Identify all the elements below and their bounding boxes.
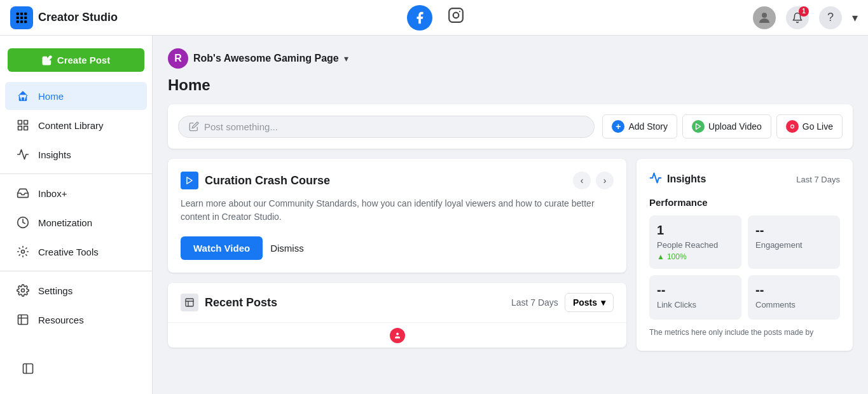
nav-platform-icons	[407, 5, 464, 31]
sidebar-item-content-library[interactable]: Content Library	[5, 111, 147, 139]
curation-description: Learn more about our Community Standards…	[181, 197, 614, 224]
resources-icon	[15, 312, 31, 327]
add-story-icon: +	[612, 120, 624, 133]
sidebar-collapse-button[interactable]	[10, 355, 142, 383]
post-actions: + Add Story Upload Video Go Live	[602, 114, 843, 139]
svg-rect-23	[24, 364, 33, 374]
svg-rect-3	[17, 16, 19, 18]
metrics-grid: 1 People Reached ▲ 100% -- Engagement	[649, 215, 840, 320]
svg-rect-16	[18, 126, 22, 130]
metric-engagement-label: Engagement	[755, 240, 832, 250]
app-title: Creator Studio	[38, 11, 118, 24]
svg-point-30	[396, 332, 399, 335]
sidebar-item-settings[interactable]: Settings	[5, 276, 147, 304]
add-story-button[interactable]: + Add Story	[602, 114, 677, 139]
curation-title-text: Curation Crash Course	[205, 174, 330, 187]
create-post-label: Create Post	[57, 55, 110, 65]
post-input[interactable]: Post something...	[178, 116, 595, 138]
upload-video-button[interactable]: Upload Video	[682, 114, 771, 139]
creative-tools-icon	[15, 244, 31, 259]
svg-rect-6	[17, 20, 19, 23]
metric-link-clicks-label: Link Clicks	[657, 300, 734, 309]
recent-posts-title: Recent Posts	[181, 294, 277, 311]
post-bar: Post something... + Add Story Upload Vid…	[168, 104, 853, 149]
post-placeholder: Post something...	[204, 121, 278, 132]
sidebar-inbox-label: Inbox+	[38, 188, 67, 199]
insights-column: Insights Last 7 Days Performance 1 Peopl…	[637, 159, 853, 361]
dismiss-button[interactable]: Dismiss	[270, 243, 304, 254]
metric-engagement-value: --	[755, 223, 832, 238]
upload-video-icon	[692, 120, 705, 133]
insights-title-text: Insights	[667, 173, 706, 185]
app-layout: Create Post Home Content Library Insight…	[0, 36, 868, 394]
nav-brand: Creator Studio	[10, 6, 118, 29]
svg-point-19	[22, 289, 25, 292]
svg-point-18	[22, 250, 25, 254]
page-name: Rob's Awesome Gaming Page	[193, 53, 339, 64]
metric-people-reached-label: People Reached	[657, 240, 734, 250]
metric-comments-value: --	[755, 283, 832, 297]
sidebar-item-inbox[interactable]: Inbox+	[5, 179, 147, 207]
account-dropdown-icon[interactable]: ▾	[852, 11, 858, 25]
card-navigation: ‹ ›	[573, 172, 614, 189]
recent-posts-content-placeholder	[168, 322, 626, 348]
recent-posts-card: Recent Posts Last 7 Days Posts ▾	[168, 283, 626, 348]
posts-filter-dropdown[interactable]: Posts ▾	[565, 293, 614, 312]
go-live-button[interactable]: Go Live	[776, 114, 843, 139]
video-badge-icon	[181, 172, 198, 189]
sidebar-insights-label: Insights	[38, 149, 71, 160]
notifications-button[interactable]: 1	[786, 6, 809, 29]
app-logo	[10, 6, 33, 29]
recent-posts-header: Recent Posts Last 7 Days Posts ▾	[168, 283, 626, 322]
insights-note: The metrics here only include the posts …	[649, 327, 840, 338]
facebook-icon[interactable]	[407, 5, 432, 31]
sidebar-divider-2	[0, 271, 152, 271]
sidebar-item-home[interactable]: Home	[5, 82, 147, 110]
collapse-icon	[20, 361, 36, 376]
metric-link-clicks-value: --	[657, 283, 734, 297]
svg-rect-14	[24, 121, 28, 125]
metric-people-reached: 1 People Reached ▲ 100%	[649, 215, 741, 269]
sidebar-monetization-label: Monetization	[38, 217, 92, 228]
metric-engagement: -- Engagement	[748, 215, 840, 269]
sidebar-item-monetization[interactable]: Monetization	[5, 208, 147, 236]
user-avatar[interactable]	[753, 6, 776, 29]
svg-point-10	[453, 13, 458, 18]
main-column: Curation Crash Course ‹ › Learn more abo…	[168, 159, 626, 361]
svg-point-11	[458, 11, 460, 12]
metric-people-reached-change: ▲ 100%	[657, 252, 734, 261]
sidebar-content-library-label: Content Library	[38, 120, 104, 131]
svg-rect-0	[17, 12, 19, 15]
watch-video-button[interactable]: Watch Video	[181, 236, 263, 260]
page-selector-chevron-icon: ▾	[344, 53, 348, 64]
create-post-button[interactable]: Create Post	[8, 48, 144, 72]
sidebar-item-resources[interactable]: Resources	[5, 306, 147, 334]
svg-point-25	[790, 125, 794, 128]
card-prev-button[interactable]: ‹	[573, 172, 591, 189]
sidebar: Create Post Home Content Library Insight…	[0, 36, 153, 394]
post-indicator	[390, 328, 405, 343]
help-button[interactable]: ?	[819, 6, 842, 29]
svg-rect-2	[24, 12, 27, 15]
page-selector[interactable]: R Rob's Awesome Gaming Page ▾	[168, 48, 853, 69]
card-next-button[interactable]: ›	[596, 172, 614, 189]
svg-rect-1	[20, 12, 23, 15]
metric-link-clicks: -- Link Clicks	[649, 275, 741, 320]
svg-point-12	[762, 13, 767, 18]
sidebar-item-creative-tools[interactable]: Creative Tools	[5, 238, 147, 266]
add-story-label: Add Story	[628, 121, 667, 132]
page-avatar: R	[168, 48, 188, 69]
metric-people-reached-change-value: 100%	[667, 252, 687, 261]
content-library-icon	[15, 118, 31, 133]
metric-comments: -- Comments	[748, 275, 840, 320]
inbox-icon	[15, 186, 31, 201]
instagram-icon[interactable]	[448, 7, 464, 28]
notification-badge: 1	[799, 6, 809, 17]
svg-rect-13	[18, 121, 22, 125]
svg-rect-27	[186, 299, 193, 306]
sidebar-settings-label: Settings	[38, 285, 72, 296]
nav-user-controls: 1 ? ▾	[753, 6, 858, 29]
curation-card-header: Curation Crash Course ‹ ›	[181, 172, 614, 189]
recent-posts-title-text: Recent Posts	[205, 296, 277, 309]
sidebar-item-insights[interactable]: Insights	[5, 140, 147, 168]
